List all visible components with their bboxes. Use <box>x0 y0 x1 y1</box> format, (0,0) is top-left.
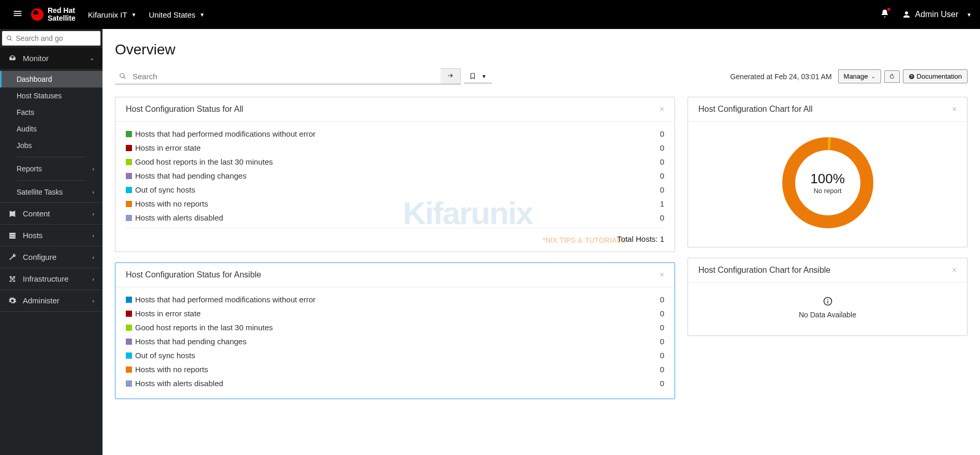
location-dropdown[interactable]: United States ▼ <box>149 10 204 19</box>
nav-jobs[interactable]: Jobs <box>0 137 103 154</box>
status-value: 0 <box>660 295 664 304</box>
status-row[interactable]: Hosts with alerts disabled0 <box>126 376 664 390</box>
network-icon <box>8 275 17 283</box>
arrow-right-icon <box>447 72 454 79</box>
wrench-icon <box>8 253 17 261</box>
nav-configure[interactable]: Configure › <box>0 246 103 268</box>
nav-tasks-label: Satellite Tasks <box>17 188 63 196</box>
caret-down-icon: ⌄ <box>871 74 875 79</box>
sidebar-search[interactable] <box>2 31 100 46</box>
bookmark-icon <box>469 72 476 80</box>
status-row[interactable]: Hosts that had pending changes0 <box>126 169 664 183</box>
gear-icon <box>8 297 17 305</box>
topbar: Red Hat Satellite Kifarunix IT ▼ United … <box>0 0 980 29</box>
no-data-text: No Data Available <box>799 311 856 319</box>
chevron-right-icon: › <box>92 298 94 304</box>
color-swatch <box>126 159 132 165</box>
status-row[interactable]: Good host reports in the last 30 minutes… <box>126 320 664 334</box>
main-content: Overview ▼ Generated at Feb 24, 03:01 AM… <box>103 29 980 455</box>
status-value: 0 <box>660 337 664 346</box>
status-row[interactable]: Hosts that had performed modifications w… <box>126 292 664 306</box>
nav-content[interactable]: Content › <box>0 203 103 224</box>
help-icon <box>909 74 915 80</box>
widget-chart-all: Host Configuration Chart for All × 100% … <box>688 97 968 247</box>
chevron-right-icon: › <box>92 211 94 217</box>
manage-button[interactable]: Manage ⌄ <box>838 69 881 83</box>
chevron-right-icon: › <box>92 232 94 239</box>
status-row[interactable]: Hosts that had performed modifications w… <box>126 127 664 141</box>
status-value: 0 <box>660 157 664 166</box>
close-icon[interactable]: × <box>660 105 664 114</box>
nav-reports[interactable]: Reports › <box>0 160 103 177</box>
documentation-button[interactable]: Documentation <box>903 69 968 83</box>
chevron-right-icon: › <box>92 254 94 260</box>
status-row[interactable]: Hosts in error state0 <box>126 306 664 320</box>
dashboard-icon <box>8 54 17 63</box>
location-label: United States <box>149 10 195 19</box>
nav-administer[interactable]: Administer › <box>0 290 103 311</box>
brand-logo[interactable]: Red Hat Satellite <box>31 7 76 23</box>
status-row[interactable]: Hosts in error state0 <box>126 141 664 155</box>
status-value: 0 <box>660 309 664 318</box>
user-name: Admin User <box>915 10 959 19</box>
nav-monitor-label: Monitor <box>23 54 49 63</box>
refresh-button[interactable] <box>884 70 900 83</box>
status-label: Hosts that had performed modifications w… <box>135 129 660 138</box>
divider <box>17 180 86 181</box>
nav-audits[interactable]: Audits <box>0 121 103 137</box>
manage-label: Manage <box>844 72 868 80</box>
widget-status-all: Host Configuration Status for All × Host… <box>115 97 675 252</box>
search-bar[interactable] <box>115 69 441 84</box>
nav-administer-label: Administer <box>23 296 60 305</box>
caret-down-icon: ▼ <box>481 74 487 79</box>
status-row[interactable]: Hosts with alerts disabled0 <box>126 211 664 225</box>
status-value: 0 <box>660 171 664 180</box>
color-swatch <box>126 380 132 387</box>
org-dropdown[interactable]: Kifarunix IT ▼ <box>88 10 137 19</box>
bookmark-dropdown[interactable]: ▼ <box>464 69 492 83</box>
widget-title: Host Configuration Status for All <box>126 105 243 114</box>
chevron-right-icon: › <box>92 189 94 195</box>
chevron-right-icon: › <box>92 276 94 282</box>
nav-monitor[interactable]: Monitor ⌄ <box>0 48 103 69</box>
nav-infrastructure-label: Infrastructure <box>23 274 68 283</box>
close-icon[interactable]: × <box>952 266 957 275</box>
close-icon[interactable]: × <box>660 270 664 280</box>
search-input[interactable] <box>130 69 441 84</box>
status-label: Hosts with alerts disabled <box>135 213 660 222</box>
status-row[interactable]: Hosts with no reports0 <box>126 362 664 376</box>
status-row[interactable]: Good host reports in the last 30 minutes… <box>126 155 664 169</box>
search-submit-button[interactable] <box>441 68 461 84</box>
redhat-icon <box>31 8 43 21</box>
nav-facts[interactable]: Facts <box>0 104 103 121</box>
hamburger-button[interactable] <box>8 4 27 25</box>
color-swatch <box>126 201 132 207</box>
nav-satellite-tasks[interactable]: Satellite Tasks › <box>0 184 103 200</box>
sidebar-search-input[interactable] <box>16 34 96 42</box>
status-label: Hosts with no reports <box>135 199 660 208</box>
status-row[interactable]: Hosts that had pending changes0 <box>126 334 664 348</box>
color-swatch <box>126 311 132 317</box>
nav-infrastructure[interactable]: Infrastructure › <box>0 268 103 289</box>
status-value: 0 <box>660 365 664 374</box>
status-row[interactable]: Hosts with no reports1 <box>126 197 664 211</box>
nav-hosts[interactable]: Hosts › <box>0 225 103 246</box>
nav-host-statuses[interactable]: Host Statuses <box>0 87 103 104</box>
toolbar: ▼ Generated at Feb 24, 03:01 AM Manage ⌄… <box>115 68 968 84</box>
status-row[interactable]: Out of sync hosts0 <box>126 348 664 362</box>
status-label: Hosts with no reports <box>135 365 660 374</box>
close-icon[interactable]: × <box>952 105 957 114</box>
caret-down-icon: ▼ <box>131 12 137 18</box>
status-label: Good host reports in the last 30 minutes <box>135 157 660 166</box>
refresh-icon <box>889 74 895 80</box>
widget-status-ansible: Host Configuration Status for Ansible × … <box>115 262 675 399</box>
status-label: Out of sync hosts <box>135 351 660 360</box>
color-swatch <box>126 339 132 345</box>
nav-dashboard[interactable]: Dashboard <box>0 71 103 87</box>
no-data: No Data Available <box>698 288 957 327</box>
status-row[interactable]: Out of sync hosts0 <box>126 183 664 197</box>
user-menu[interactable]: Admin User ▼ <box>902 10 972 19</box>
widget-title: Host Configuration Chart for All <box>698 105 813 114</box>
notifications-button[interactable] <box>880 9 889 20</box>
generated-timestamp: Generated at Feb 24, 03:01 AM <box>730 72 831 81</box>
